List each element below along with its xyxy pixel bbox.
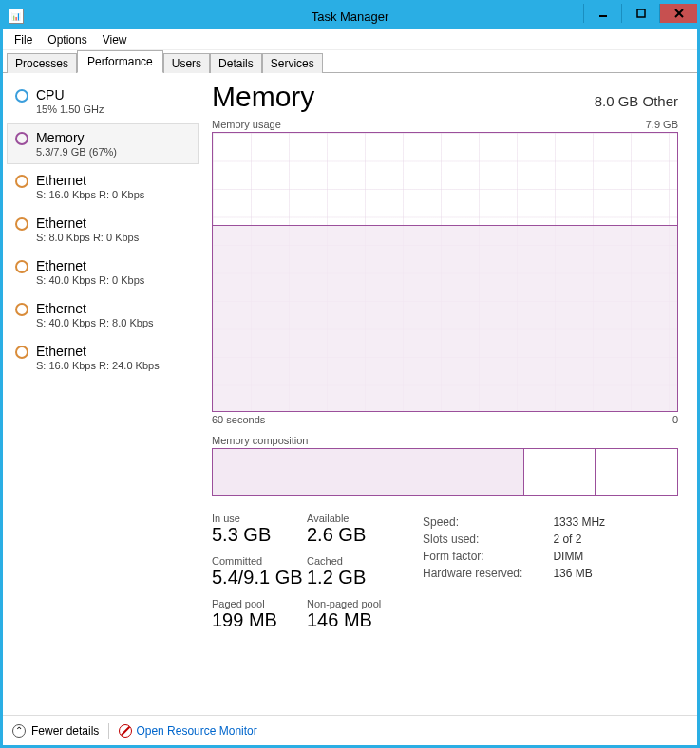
- fewer-details-button[interactable]: ⌃ Fewer details: [12, 724, 99, 738]
- main-panel: Memory 8.0 GB Other Memory usage 7.9 GB …: [202, 73, 697, 715]
- stat-value: 5.4/9.1 GB: [212, 567, 307, 589]
- sidebar-item-sub: S: 40.0 Kbps R: 8.0 Kbps: [36, 317, 154, 328]
- sidebar-item-label: Ethernet: [36, 344, 160, 359]
- sidebar: CPU 15% 1.50 GHz Memory 5.3/7.9 GB (67%)…: [3, 73, 202, 715]
- task-manager-window: 📊 Task Manager File Options View Process…: [0, 0, 700, 748]
- sidebar-item-label: Ethernet: [36, 173, 144, 188]
- stat-value: 199 MB: [212, 609, 307, 631]
- hw-value: 1333 MHz: [553, 514, 605, 530]
- sidebar-item-ethernet[interactable]: Ethernet S: 40.0 Kbps R: 0 Kbps: [7, 252, 199, 292]
- chart-fill: [213, 225, 677, 411]
- page-title: Memory: [212, 81, 314, 113]
- titlebar[interactable]: 📊 Task Manager: [3, 3, 697, 29]
- sidebar-item-sub: S: 40.0 Kbps R: 0 Kbps: [36, 274, 144, 286]
- stat-label: Non-paged pool: [307, 598, 402, 609]
- chart-max: 7.9 GB: [646, 119, 678, 130]
- tab-details[interactable]: Details: [210, 53, 262, 73]
- chart-label: Memory usage: [212, 119, 281, 130]
- composition-label: Memory composition: [212, 435, 678, 446]
- menu-options[interactable]: Options: [40, 30, 94, 49]
- ethernet-icon: [15, 260, 28, 273]
- stat-value: 1.2 GB: [307, 567, 402, 589]
- memory-composition-chart[interactable]: [212, 448, 678, 496]
- sidebar-item-sub: S: 16.0 Kbps R: 24.0 Kbps: [36, 360, 160, 371]
- tab-users[interactable]: Users: [163, 53, 210, 73]
- menu-file[interactable]: File: [7, 30, 40, 49]
- stat-label: Available: [307, 513, 402, 524]
- sidebar-item-ethernet[interactable]: Ethernet S: 16.0 Kbps R: 24.0 Kbps: [7, 337, 199, 378]
- cpu-icon: [15, 89, 28, 103]
- memory-total: 8.0 GB Other: [595, 93, 678, 109]
- hw-value: 2 of 2: [553, 532, 605, 547]
- resource-monitor-icon: [119, 724, 132, 738]
- open-resource-monitor-link[interactable]: Open Resource Monitor: [119, 724, 256, 738]
- sidebar-item-ethernet[interactable]: Ethernet S: 40.0 Kbps R: 8.0 Kbps: [7, 294, 199, 335]
- ethernet-icon: [15, 346, 28, 359]
- axis-left: 60 seconds: [212, 414, 265, 425]
- stat-label: Paged pool: [212, 598, 307, 609]
- hw-label: Speed:: [423, 514, 551, 530]
- comp-seg-standby: [524, 449, 596, 495]
- comp-seg-inuse: [213, 449, 524, 495]
- hardware-table: Speed:1333 MHz Slots used:2 of 2 Form fa…: [421, 513, 607, 583]
- ethernet-icon: [15, 303, 28, 316]
- sidebar-item-label: Ethernet: [36, 258, 144, 273]
- chevron-up-icon: ⌃: [12, 724, 26, 738]
- stat-value: 5.3 GB: [212, 524, 307, 546]
- stats: In use5.3 GB Available2.6 GB Committed5.…: [212, 513, 678, 631]
- stat-value: 2.6 GB: [307, 524, 402, 546]
- tab-performance[interactable]: Performance: [77, 50, 163, 73]
- menubar: File Options View: [3, 29, 697, 50]
- stat-value: 146 MB: [307, 609, 402, 631]
- fewer-details-label: Fewer details: [31, 724, 99, 738]
- sidebar-item-ethernet[interactable]: Ethernet S: 16.0 Kbps R: 0 Kbps: [7, 166, 199, 207]
- content-area: CPU 15% 1.50 GHz Memory 5.3/7.9 GB (67%)…: [3, 73, 697, 715]
- comp-seg-free: [596, 449, 677, 495]
- tab-processes[interactable]: Processes: [7, 53, 77, 73]
- hw-label: Slots used:: [423, 532, 551, 547]
- divider: [108, 723, 109, 739]
- window-title: Task Manager: [3, 9, 697, 24]
- stat-label: Committed: [212, 555, 307, 567]
- memory-usage-chart[interactable]: [212, 132, 678, 412]
- sidebar-item-label: Memory: [36, 130, 117, 145]
- memory-icon: [15, 132, 28, 145]
- sidebar-item-label: CPU: [36, 87, 104, 103]
- sidebar-item-label: Ethernet: [36, 215, 139, 231]
- stat-label: In use: [212, 513, 307, 524]
- stat-label: Cached: [307, 555, 402, 567]
- sidebar-item-cpu[interactable]: CPU 15% 1.50 GHz: [7, 81, 199, 122]
- hw-label: Hardware reserved:: [423, 566, 551, 581]
- axis-right: 0: [672, 414, 678, 425]
- sidebar-item-memory[interactable]: Memory 5.3/7.9 GB (67%): [7, 123, 199, 164]
- ethernet-icon: [15, 217, 28, 231]
- resource-monitor-label: Open Resource Monitor: [136, 724, 256, 738]
- hw-label: Form factor:: [423, 549, 551, 564]
- tab-services[interactable]: Services: [262, 53, 323, 73]
- hw-value: 136 MB: [553, 566, 605, 581]
- ethernet-icon: [15, 175, 28, 188]
- sidebar-item-sub: 15% 1.50 GHz: [36, 103, 104, 115]
- sidebar-item-sub: 5.3/7.9 GB (67%): [36, 146, 117, 158]
- tabbar: Processes Performance Users Details Serv…: [3, 50, 697, 73]
- menu-view[interactable]: View: [95, 30, 135, 49]
- sidebar-item-ethernet[interactable]: Ethernet S: 8.0 Kbps R: 0 Kbps: [7, 209, 199, 250]
- footer: ⌃ Fewer details Open Resource Monitor: [3, 715, 697, 745]
- sidebar-item-label: Ethernet: [36, 301, 154, 316]
- sidebar-item-sub: S: 8.0 Kbps R: 0 Kbps: [36, 232, 139, 243]
- sidebar-item-sub: S: 16.0 Kbps R: 0 Kbps: [36, 189, 144, 200]
- hw-value: DIMM: [553, 549, 605, 564]
